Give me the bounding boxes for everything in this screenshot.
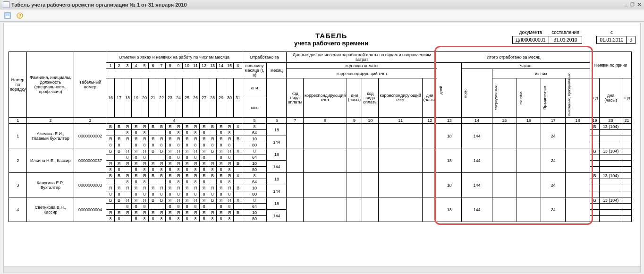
period-end: 3 — [627, 36, 636, 44]
toolbar: ? — [0, 9, 644, 22]
svg-text:?: ? — [18, 13, 21, 18]
minimize-button[interactable]: _ — [625, 2, 627, 7]
period-table: с 01.01.2010 3 — [596, 29, 636, 44]
period-start: 01.01.2010 — [597, 36, 627, 44]
doc-subtitle: учета рабочего времени — [150, 40, 512, 47]
lbl-sostav: составления — [549, 29, 582, 36]
document-icon — [3, 1, 9, 8]
save-button[interactable] — [3, 11, 12, 20]
document-area: ТАБЕЛЬ учета рабочего времени документа … — [3, 23, 641, 273]
maximize-button[interactable]: ☐ — [630, 2, 635, 7]
timesheet-table: Номер по порядкуФамилия, инициалы, должн… — [8, 51, 632, 222]
lbl-s: с — [597, 29, 627, 36]
doc-number: ДЛ000000001 — [513, 36, 549, 44]
close-button[interactable]: ✕ — [637, 2, 641, 7]
lbl-document: документа — [513, 29, 549, 36]
horizontal-scrollbar[interactable] — [4, 266, 640, 273]
svg-rect-1 — [6, 16, 9, 18]
doc-info-table: документа составления ДЛ000000001 31.01.… — [512, 29, 582, 44]
window-title: Табель учета рабочего времени организаци… — [11, 2, 187, 8]
doc-date: 31.01.2010 — [549, 36, 582, 44]
help-button[interactable]: ? — [15, 11, 25, 20]
window-titlebar: Табель учета рабочего времени организаци… — [0, 0, 644, 9]
doc-title: ТАБЕЛЬ — [150, 32, 512, 40]
